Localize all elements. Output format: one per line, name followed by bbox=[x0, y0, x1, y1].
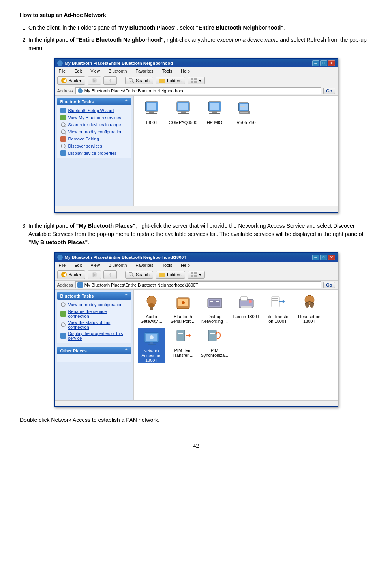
service-fax-1800T-img bbox=[237, 294, 256, 313]
sidebar-bt-tasks-header[interactable]: Bluetooth Tasks ⌃ bbox=[57, 98, 131, 105]
menu-edit[interactable]: Edit bbox=[73, 68, 83, 74]
device-r505-750[interactable]: R505-750 bbox=[233, 99, 260, 125]
service-headset-1800T[interactable]: Headset on 1800T bbox=[296, 294, 323, 324]
close-button[interactable]: ✕ bbox=[328, 60, 335, 66]
menu2-tools[interactable]: Tools bbox=[161, 262, 174, 268]
close-button2[interactable]: ✕ bbox=[328, 255, 335, 260]
menu2-bluetooth[interactable]: Bluetooth bbox=[107, 262, 128, 268]
device-hp-mio-label: HP-MIO bbox=[207, 120, 223, 125]
maximize-button2[interactable]: □ bbox=[320, 255, 327, 260]
minimize-button2[interactable]: ─ bbox=[312, 255, 319, 260]
menu2-favorites[interactable]: Favorites bbox=[134, 262, 155, 268]
menu-bluetooth[interactable]: Bluetooth bbox=[107, 68, 128, 74]
setup-wizard-icon bbox=[60, 108, 66, 113]
menu2-help[interactable]: Help bbox=[179, 262, 191, 268]
forward-button[interactable]: ▶ bbox=[88, 76, 101, 85]
sidebar2-section-other-places: Other Places ⌃ bbox=[57, 347, 131, 362]
service-network-access[interactable]: Network Access on 1800T bbox=[138, 328, 165, 363]
step2-bold1: "Entire Bluetooth Neighborhood" bbox=[76, 37, 164, 43]
search-button2[interactable]: Search bbox=[125, 271, 153, 279]
device-hp-mio[interactable]: HP-MIO bbox=[201, 99, 229, 125]
device-compaq3500[interactable]: COMPAQ3500 bbox=[169, 99, 197, 125]
sidebar2: Bluetooth Tasks ⌃ View or modify configu… bbox=[55, 290, 134, 400]
service-file-transfer[interactable]: File Transfer on 1800T bbox=[264, 294, 292, 324]
maximize-button[interactable]: □ bbox=[320, 60, 327, 66]
titlebar2-left: My Bluetooth Places\Entire Bluetooth Nei… bbox=[57, 255, 187, 260]
svg-rect-11 bbox=[191, 81, 193, 83]
svg-rect-61 bbox=[150, 307, 153, 310]
menu-file[interactable]: File bbox=[57, 68, 68, 74]
pc-icon-compaq bbox=[174, 99, 193, 118]
sidebar-item-remove-pairing[interactable]: Remove Pairing bbox=[57, 135, 131, 142]
titlebar1-icon bbox=[57, 60, 63, 66]
search-button1[interactable]: Search bbox=[125, 77, 153, 84]
sidebar2-item-display-props[interactable]: Display the properties of this service bbox=[57, 330, 131, 341]
menu-view[interactable]: View bbox=[89, 68, 101, 74]
service-dialup-networking[interactable]: Dial-up Networking ... bbox=[201, 294, 229, 324]
sidebar2-bt-tasks-header[interactable]: Bluetooth Tasks ⌃ bbox=[57, 292, 131, 300]
svg-rect-84 bbox=[148, 344, 156, 345]
forward-button2[interactable]: ▶ bbox=[88, 270, 101, 279]
step1-bold1: "My Bluetooth Places" bbox=[118, 24, 177, 31]
address-go1[interactable]: Go bbox=[323, 88, 335, 94]
menu2-file[interactable]: File bbox=[57, 262, 68, 268]
address-input2[interactable]: My Bluetooth Places\Entire Bluetooth Nei… bbox=[75, 281, 321, 288]
menu-tools[interactable]: Tools bbox=[161, 68, 174, 74]
sidebar-item-discover-services[interactable]: Discover services bbox=[57, 142, 131, 150]
up-icon2: ↑ bbox=[107, 272, 113, 278]
back-button2[interactable]: ◀ Back ▾ bbox=[57, 270, 86, 279]
sidebar-item-search-devices[interactable]: Search for devices in range bbox=[57, 121, 131, 128]
svg-point-5 bbox=[129, 78, 132, 81]
folder-icon bbox=[159, 78, 165, 83]
back-button[interactable]: ◀ Back ▾ bbox=[57, 76, 86, 85]
addressbar1: Address My Bluetooth Places\Entire Bluet… bbox=[55, 86, 338, 96]
svg-rect-8 bbox=[159, 79, 162, 80]
svg-rect-31 bbox=[178, 113, 189, 114]
menu2-view[interactable]: View bbox=[89, 262, 101, 268]
up-button2[interactable]: ↑ bbox=[103, 270, 117, 279]
menu-favorites[interactable]: Favorites bbox=[134, 68, 155, 74]
titlebar1-controls[interactable]: ─ □ ✕ bbox=[312, 60, 335, 66]
up-button[interactable]: ↑ bbox=[103, 76, 117, 85]
sidebar-item-my-bt-services[interactable]: View My Bluetooth services bbox=[57, 114, 131, 121]
sidebar2-item-view-status[interactable]: View the status of this connection bbox=[57, 319, 131, 330]
view-button2[interactable]: ▾ bbox=[188, 271, 205, 279]
search-icon2 bbox=[129, 272, 134, 277]
sidebar2-item-rename[interactable]: Rename the service connection bbox=[57, 308, 131, 319]
address-input1[interactable]: My Bluetooth Places\Entire Bluetooth Nei… bbox=[75, 87, 321, 94]
sidebar-item-display-props[interactable]: Display device properties bbox=[57, 150, 131, 157]
device-1800T[interactable]: 1800T bbox=[138, 99, 165, 125]
sidebar2-props-icon bbox=[60, 333, 66, 339]
titlebar2-icon bbox=[57, 255, 63, 260]
service-fax-1800T[interactable]: Fax on 1800T bbox=[233, 294, 260, 324]
page-number: 42 bbox=[193, 443, 199, 449]
step1-bold2: "Entire Bluetooth Neighborhood" bbox=[196, 24, 283, 31]
service-audio-gateway[interactable]: Audio Gateway ... bbox=[138, 294, 165, 324]
svg-rect-50 bbox=[191, 272, 193, 274]
sidebar-item-setup-wizard[interactable]: Bluetooth Setup Wizard bbox=[57, 107, 131, 114]
sidebar2-item-modify-config[interactable]: View or modify configuration bbox=[57, 301, 131, 308]
service-pim-synchronization[interactable]: PIM Synchroniza... bbox=[201, 328, 229, 363]
menu-help[interactable]: Help bbox=[179, 68, 191, 74]
sidebar-item-modify-config[interactable]: View or modify configuration bbox=[57, 128, 131, 135]
view-button[interactable]: ▾ bbox=[188, 77, 205, 84]
window2: My Bluetooth Places\Entire Bluetooth Nei… bbox=[54, 252, 338, 407]
address-icon2 bbox=[77, 282, 83, 288]
service-pim-item-transfer[interactable]: PIM Item Transfer ... bbox=[169, 328, 197, 363]
folders-button[interactable]: Folders bbox=[156, 77, 185, 84]
other-places-collapse-icon: ⌃ bbox=[124, 348, 128, 353]
search-devices-icon bbox=[60, 122, 66, 127]
pim-item-transfer-icon bbox=[174, 328, 193, 346]
folders-button2[interactable]: Folders bbox=[156, 271, 185, 279]
address-label2: Address bbox=[57, 283, 73, 287]
step3-bold2: "My Bluetooth Places" bbox=[28, 239, 88, 245]
service-bt-serial-port[interactable]: Bluetooth Serial Port ... bbox=[169, 294, 197, 324]
sidebar2-other-places-header[interactable]: Other Places ⌃ bbox=[57, 347, 131, 354]
address-go2[interactable]: Go bbox=[323, 282, 335, 288]
menu2-edit[interactable]: Edit bbox=[73, 262, 83, 268]
svg-rect-49 bbox=[159, 273, 162, 274]
titlebar2-controls[interactable]: ─ □ ✕ bbox=[312, 255, 335, 260]
titlebar1: My Bluetooth Places\Entire Bluetooth Nei… bbox=[55, 59, 338, 67]
minimize-button[interactable]: ─ bbox=[312, 60, 319, 66]
search-label2: Search bbox=[136, 272, 150, 277]
